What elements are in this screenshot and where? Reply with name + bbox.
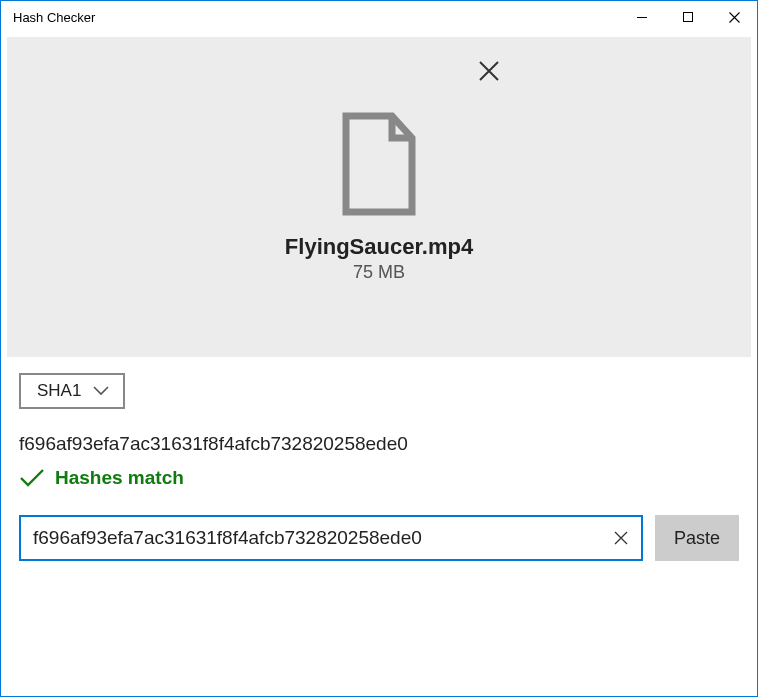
close-button[interactable] [711,1,757,33]
minimize-icon [637,17,647,18]
computed-hash: f696af93efa7ac31631f8f4afcb732820258ede0 [19,433,739,455]
svg-rect-0 [637,17,647,18]
app-window: Hash Checker FlyingSaucer [0,0,758,697]
status-text: Hashes match [55,467,184,489]
file-dropzone[interactable]: FlyingSaucer.mp4 75 MB [7,37,751,357]
window-controls [619,1,757,33]
compare-input-wrap [19,515,643,561]
file-size: 75 MB [353,262,405,283]
algorithm-select[interactable]: SHA1 [19,373,125,409]
maximize-button[interactable] [665,1,711,33]
file-name: FlyingSaucer.mp4 [285,234,473,260]
x-icon [614,531,628,545]
close-icon [729,12,740,23]
svg-rect-1 [684,13,693,22]
status-row: Hashes match [19,467,739,489]
titlebar: Hash Checker [1,1,757,33]
content-area: FlyingSaucer.mp4 75 MB SHA1 f696af93efa7… [1,33,757,696]
clear-file-button[interactable] [477,59,501,87]
minimize-button[interactable] [619,1,665,33]
algorithm-selected-label: SHA1 [37,381,81,401]
x-icon [477,59,501,83]
lower-panel: SHA1 f696af93efa7ac31631f8f4afcb73282025… [1,357,757,561]
clear-input-button[interactable] [601,531,641,545]
file-icon [338,112,420,220]
paste-button[interactable]: Paste [655,515,739,561]
chevron-down-icon [93,386,109,396]
checkmark-icon [19,468,45,488]
compare-hash-input[interactable] [21,527,601,549]
window-title: Hash Checker [1,10,619,25]
compare-row: Paste [19,515,739,561]
maximize-icon [683,12,693,22]
